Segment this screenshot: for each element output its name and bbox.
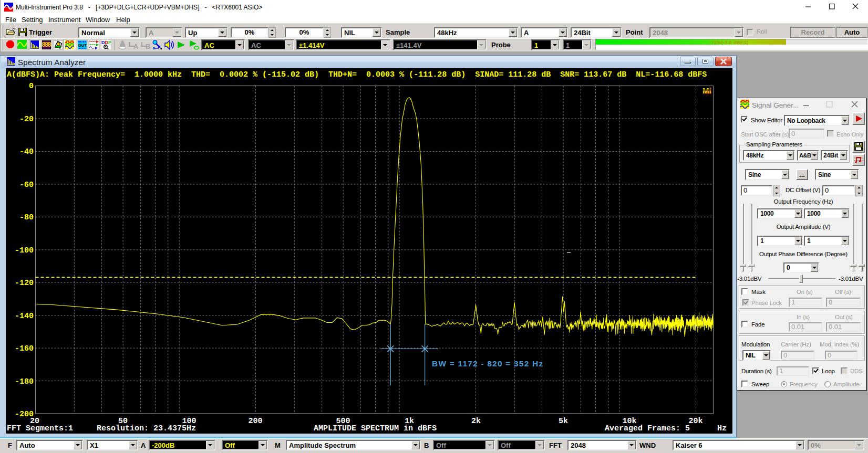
- svg-text:A: A: [133, 43, 139, 49]
- svg-text:DUT: DUT: [78, 43, 87, 48]
- svg-text:B: B: [146, 43, 150, 49]
- svg-text:DDP: DDP: [101, 40, 111, 45]
